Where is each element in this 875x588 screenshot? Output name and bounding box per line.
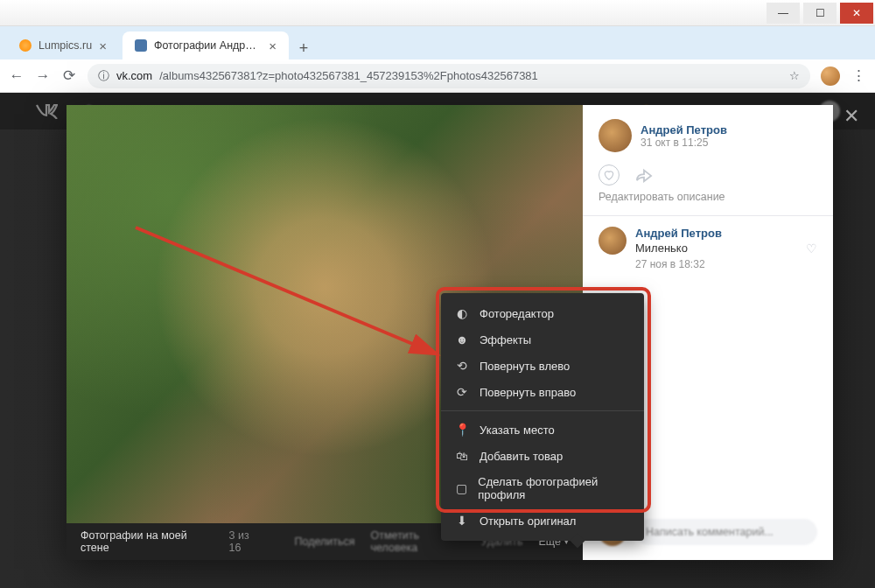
comment-item: Андрей Петров Миленько 27 ноя в 18:32 ♡ (598, 227, 817, 270)
share-link[interactable]: Поделиться (295, 536, 355, 548)
nav-forward-button[interactable]: → (35, 68, 51, 84)
photo-date: 31 окт в 11:25 (640, 136, 727, 149)
menu-item-effects[interactable]: ☻ Эффекты (441, 326, 644, 353)
browser-tab-active[interactable]: Фотографии Андрея Петрова – × (122, 32, 289, 60)
menu-label: Эффекты (480, 333, 531, 346)
comment-author-link[interactable]: Андрей Петров (635, 227, 722, 240)
address-bar[interactable]: ⓘ vk.com/albums432567381?z=photo43256738… (88, 64, 810, 88)
comment-like-button[interactable]: ♡ (806, 242, 817, 256)
heart-icon (603, 169, 615, 181)
menu-label: Повернуть вправо (480, 386, 576, 399)
comment-input[interactable]: Написать комментарий... (635, 519, 817, 545)
download-icon: ⬇ (455, 514, 469, 528)
menu-item-rotate-right[interactable]: ⟳ Повернуть вправо (441, 379, 644, 405)
window-minimize-button[interactable]: — (766, 3, 800, 24)
profile-photo-icon: ▢ (455, 481, 467, 495)
favicon-icon (19, 39, 32, 52)
menu-item-set-profile-photo[interactable]: ▢ Сделать фотографией профиля (441, 469, 644, 508)
nav-back-button[interactable]: ← (9, 68, 24, 84)
vk-logo-icon[interactable] (35, 103, 58, 119)
browser-tabstrip: Lumpics.ru × Фотографии Андрея Петрова –… (0, 26, 875, 60)
browser-toolbar: ← → ⟳ ⓘ vk.com/albums432567381?z=photo43… (0, 60, 875, 93)
contrast-icon: ◐ (455, 306, 469, 320)
close-viewer-button[interactable]: ✕ (838, 103, 864, 130)
menu-label: Повернуть влево (480, 360, 570, 373)
url-path: /albums432567381?z=photo432567381_457239… (159, 69, 538, 82)
tab-title: Фотографии Андрея Петрова – (154, 39, 262, 52)
menu-label: Указать место (480, 424, 555, 437)
like-button[interactable] (598, 164, 620, 186)
effects-icon: ☻ (455, 332, 469, 346)
menu-label: Добавить товар (480, 450, 563, 463)
site-info-icon[interactable]: ⓘ (98, 68, 109, 84)
menu-item-add-product[interactable]: 🛍 Добавить товар (441, 443, 644, 469)
browser-profile-avatar[interactable] (821, 66, 840, 86)
window-titlebar: — ☐ ✕ (0, 0, 875, 26)
rotate-right-icon: ⟳ (455, 385, 469, 399)
window-close-button[interactable]: ✕ (840, 3, 873, 24)
menu-item-rotate-left[interactable]: ⟲ Повернуть влево (441, 353, 644, 379)
bag-icon: 🛍 (455, 449, 469, 463)
edit-description-link[interactable]: Редактировать описание (598, 191, 817, 203)
photo-counter: 3 из 16 (229, 529, 263, 554)
tab-close-icon[interactable]: × (269, 38, 276, 53)
browser-tab[interactable]: Lumpics.ru × (7, 32, 119, 60)
tab-title: Lumpics.ru (38, 39, 92, 52)
comment-text: Миленько (635, 242, 722, 255)
author-avatar[interactable] (598, 119, 632, 152)
window-maximize-button[interactable]: ☐ (803, 3, 836, 24)
comment-avatar[interactable] (598, 227, 626, 255)
menu-item-photoeditor[interactable]: ◐ Фоторедактор (441, 300, 644, 326)
divider (583, 215, 833, 216)
more-dropdown-menu: ◐ Фоторедактор ☻ Эффекты ⟲ Повернуть вле… (441, 293, 644, 541)
share-icon (634, 167, 654, 183)
url-host: vk.com (116, 69, 152, 82)
author-name-link[interactable]: Андрей Петров (640, 123, 727, 136)
menu-label: Сделать фотографией профиля (478, 475, 630, 501)
bookmark-star-icon[interactable]: ☆ (789, 69, 800, 82)
nav-reload-button[interactable]: ⟳ (61, 68, 77, 84)
photo-actions (598, 164, 817, 186)
photo-author-block: Андрей Петров 31 окт в 11:25 (598, 119, 817, 152)
menu-item-set-place[interactable]: 📍 Указать место (441, 416, 644, 443)
menu-label: Открыть оригинал (480, 514, 576, 528)
share-button[interactable] (634, 164, 654, 186)
menu-label: Фоторедактор (480, 307, 554, 320)
location-pin-icon: 📍 (455, 423, 469, 437)
comment-date: 27 ноя в 18:32 (635, 258, 722, 270)
favicon-icon (135, 39, 147, 52)
new-tab-button[interactable]: + (292, 37, 315, 60)
browser-menu-button[interactable]: ⋮ (850, 68, 866, 84)
menu-separator (441, 410, 644, 411)
tab-close-icon[interactable]: × (99, 38, 107, 53)
menu-item-open-original[interactable]: ⬇ Открыть оригинал (441, 508, 644, 534)
photo-album-title: Фотографии на моей стене (80, 529, 214, 554)
rotate-left-icon: ⟲ (455, 359, 469, 373)
